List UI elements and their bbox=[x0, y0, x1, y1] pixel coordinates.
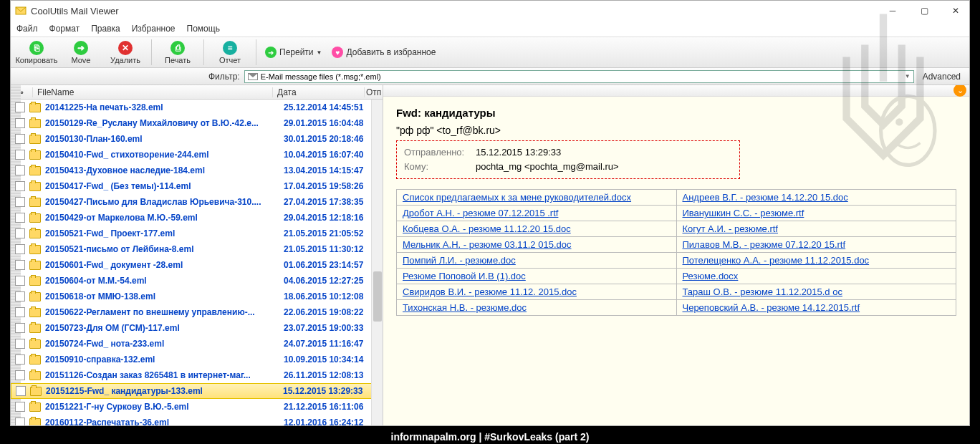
file-name: 20151126-Создан заказ 8265481 в интернет… bbox=[45, 370, 284, 380]
attachment-link[interactable]: Свиридов В.И. - резюме 11.12. 2015.doc bbox=[403, 286, 577, 297]
file-row[interactable]: 20150724-Fwd_ нота-233.eml24.07.2015 11:… bbox=[11, 336, 383, 352]
scrollbar[interactable] bbox=[371, 100, 383, 425]
filter-bar: Фильтр: E-Mail message files (*.msg;*.em… bbox=[11, 68, 969, 85]
attachment-link[interactable]: Череповский А.В. - резюме 14.12.2015.rtf bbox=[683, 302, 860, 313]
checkbox[interactable] bbox=[15, 165, 25, 175]
menu-favorites[interactable]: Избранное bbox=[132, 24, 176, 34]
col-from[interactable]: Отп bbox=[364, 87, 383, 97]
go-button[interactable]: ➜Перейти▼ bbox=[261, 45, 326, 59]
file-name: 20150130-План-160.eml bbox=[45, 134, 284, 144]
attachment-link[interactable]: Резюме.docx bbox=[683, 271, 739, 281]
checkbox[interactable] bbox=[15, 213, 25, 223]
attachment-link[interactable]: Кобцева О.А. - резюме 11.12.20 15.doc bbox=[403, 223, 571, 234]
attachment-link[interactable]: Андреев В.Г. - резюме 14.12.20 15.doc bbox=[683, 192, 848, 203]
file-row[interactable]: 20160112-Распечатать-36.eml12.01.2016 16… bbox=[11, 415, 383, 425]
file-row[interactable]: 20151126-Создан заказ 8265481 в интернет… bbox=[11, 367, 383, 383]
file-row[interactable]: 20150723-Для ОМ (ГСМ)-117.eml23.07.2015 … bbox=[11, 320, 383, 336]
file-row[interactable]: 20150130-План-160.eml30.01.2015 20:18:46 bbox=[11, 131, 383, 147]
attachment-link[interactable]: Пилавов М.В. - резюме 07.12.20 15.rtf bbox=[683, 239, 846, 250]
file-row[interactable]: 20150910-справка-132.eml10.09.2015 10:34… bbox=[11, 352, 383, 367]
file-row[interactable]: 20150601-Fwd_ документ -28.eml01.06.2015… bbox=[11, 257, 383, 273]
to-label: Кому: bbox=[404, 160, 476, 174]
file-row[interactable]: 20151221-Г-ну Суркову В.Ю.-5.eml21.12.20… bbox=[11, 399, 383, 415]
caption: informnapalm.org | #SurkovLeaks (part 2) bbox=[0, 431, 980, 443]
report-button[interactable]: ≡Отчет bbox=[208, 38, 251, 67]
checkbox[interactable] bbox=[15, 402, 25, 412]
file-name: 20150417-Fwd_ (Без темы)-114.eml bbox=[45, 181, 284, 191]
checkbox[interactable] bbox=[15, 276, 25, 286]
file-name: 20150604-от М.М.-54.eml bbox=[45, 276, 284, 286]
attachment-link[interactable]: Тараш О.В. - резюме 11.12.2015.d oc bbox=[683, 286, 842, 297]
file-name: 20150427-Письмо для Владислав Юрьевича-3… bbox=[45, 197, 284, 207]
attachment-link[interactable]: Иванушкин С.С. - резюме.rtf bbox=[683, 208, 804, 218]
attachment-link[interactable]: Резюме Поповой И.В (1).doc bbox=[403, 271, 526, 281]
checkbox[interactable] bbox=[15, 118, 25, 128]
checkbox[interactable] bbox=[15, 150, 25, 160]
checkbox[interactable] bbox=[15, 181, 25, 191]
checkbox[interactable] bbox=[15, 260, 25, 270]
filter-input[interactable]: E-Mail message files (*.msg;*.eml) ▼ bbox=[244, 70, 914, 83]
file-name: 20150910-справка-132.eml bbox=[45, 354, 284, 365]
attachment-link[interactable]: Список предлагаемых к за мене руководите… bbox=[403, 192, 631, 203]
file-date: 17.04.2015 19:58:26 bbox=[284, 181, 383, 191]
checkbox[interactable] bbox=[15, 197, 25, 207]
folder-icon bbox=[29, 182, 41, 191]
file-date: 13.04.2015 14:15:47 bbox=[284, 165, 383, 175]
file-row[interactable]: 20150521-Fwd_ Проект-177.eml21.05.2015 2… bbox=[11, 226, 383, 241]
checkbox[interactable] bbox=[15, 339, 25, 349]
menu-edit[interactable]: Правка bbox=[91, 24, 120, 34]
close-button[interactable]: ✕ bbox=[946, 4, 965, 18]
attachment-link[interactable]: Мельник А.Н. - резюме 03.11.2 015.doc bbox=[403, 239, 571, 250]
checkbox[interactable] bbox=[15, 418, 25, 425]
checkbox[interactable] bbox=[15, 134, 25, 144]
add-favorite-button[interactable]: ♥Добавить в избранное bbox=[327, 45, 440, 59]
file-name: 20150429-от Маркелова М.Ю.-59.eml bbox=[45, 213, 284, 223]
file-row[interactable]: 20150429-от Маркелова М.Ю.-59.eml29.04.2… bbox=[11, 210, 383, 226]
checkbox[interactable] bbox=[16, 386, 26, 396]
delete-button[interactable]: ✕Удалить bbox=[104, 38, 147, 67]
file-row[interactable]: 20150622-Регламент по внешнему управлени… bbox=[11, 304, 383, 320]
advanced-link[interactable]: Advanced bbox=[918, 72, 965, 82]
file-row[interactable]: 20150521-письмо от Лейбина-8.eml21.05.20… bbox=[11, 241, 383, 257]
folder-icon bbox=[29, 308, 41, 317]
checkbox[interactable] bbox=[15, 228, 25, 238]
checkbox[interactable] bbox=[15, 291, 25, 301]
checkbox[interactable] bbox=[15, 354, 25, 365]
menu-format[interactable]: Формат bbox=[49, 24, 80, 34]
file-row[interactable]: 20150413-Духовное наследие-184.eml13.04.… bbox=[11, 163, 383, 178]
file-row[interactable]: 20150604-от М.М.-54.eml04.06.2015 12:27:… bbox=[11, 273, 383, 289]
print-button[interactable]: ⎙Печать bbox=[156, 38, 199, 67]
checkbox[interactable] bbox=[15, 102, 25, 112]
file-row[interactable]: 20150410-Fwd_ стихотворение-244.eml10.04… bbox=[11, 147, 383, 163]
file-row[interactable]: 20150417-Fwd_ (Без темы)-114.eml17.04.20… bbox=[11, 178, 383, 194]
attachment-link[interactable]: Помпий Л.И. - резюме.doc bbox=[403, 255, 516, 266]
checkbox[interactable] bbox=[15, 370, 25, 380]
file-row[interactable]: 20151215-Fwd_ кандидатуры-133.eml15.12.2… bbox=[11, 383, 383, 399]
checkbox[interactable] bbox=[15, 323, 25, 333]
titlebar: CoolUtils Mail Viewer ─ ▢ ✕ bbox=[11, 1, 969, 21]
attachment-link[interactable]: Потелещенко А.А. - резюме 11.12.2015.doc bbox=[683, 255, 870, 266]
copy-button[interactable]: ⎘Копировать bbox=[15, 38, 58, 67]
file-row[interactable]: 20141225-На печать-328.eml25.12.2014 14:… bbox=[11, 100, 383, 115]
file-date: 12.01.2016 16:24:12 bbox=[284, 418, 383, 425]
minimize-button[interactable]: ─ bbox=[883, 4, 902, 18]
move-button[interactable]: ➜Move bbox=[59, 38, 102, 67]
menubar: Файл Формат Правка Избранное Помощь bbox=[11, 21, 969, 37]
menu-help[interactable]: Помощь bbox=[187, 24, 220, 34]
file-row[interactable]: 20150427-Письмо для Владислав Юрьевича-3… bbox=[11, 194, 383, 210]
chevron-down-icon[interactable]: ⌄ bbox=[953, 85, 966, 97]
attachment-link[interactable]: Когут А.И. - резюме.rtf bbox=[683, 223, 778, 234]
attachment-link[interactable]: Тихонская Н.В. - резюме.doc bbox=[403, 302, 527, 313]
col-filename[interactable]: FileName bbox=[32, 87, 272, 97]
attachment-link[interactable]: Дробот А.Н. - резюме 07.12.2015 .rtf bbox=[403, 208, 558, 218]
toolbar: ⎘Копировать ➜Move ✕Удалить ⎙Печать ≡Отче… bbox=[11, 37, 969, 68]
file-row[interactable]: 20150129-Re_Руслану Михайловичу от В.Ю.-… bbox=[11, 115, 383, 131]
checkbox[interactable] bbox=[15, 307, 25, 317]
file-row[interactable]: 20150618-от ММЮ-138.eml18.06.2015 10:12:… bbox=[11, 289, 383, 304]
checkbox[interactable] bbox=[15, 244, 25, 254]
menu-file[interactable]: Файл bbox=[16, 24, 38, 34]
window-title: CoolUtils Mail Viewer bbox=[31, 6, 883, 16]
maximize-button[interactable]: ▢ bbox=[915, 4, 933, 18]
col-date[interactable]: Дата bbox=[272, 87, 364, 97]
file-date: 22.06.2015 19:08:22 bbox=[284, 307, 383, 317]
